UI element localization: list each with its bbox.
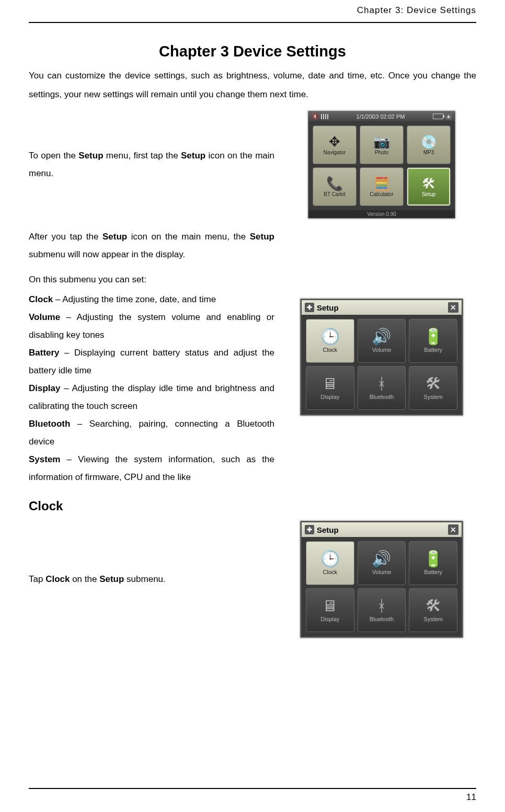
- setup-tile-bluetooth[interactable]: ᚼBluetooth: [358, 366, 406, 410]
- text: To open the: [29, 151, 78, 161]
- display-icon: 🖥: [322, 376, 338, 392]
- volume-icon: 🔊: [372, 329, 391, 345]
- setup-tile-volume[interactable]: 🔊Volume: [358, 541, 406, 585]
- figure-setup-submenu: ✚ Setup ✕ 🕒Clock🔊Volume🔋Battery🖥Displayᚼ…: [300, 299, 463, 416]
- battery-icon: 🔋: [423, 551, 443, 567]
- plus-icon: +: [445, 113, 452, 120]
- submenu-desc: – Viewing the system information, such a…: [29, 454, 274, 482]
- main-tile-bt-carkit[interactable]: 📞BT Carkit: [313, 167, 357, 206]
- tile-label: Bluetooth: [370, 394, 394, 400]
- text: submenu will now appear in the display.: [29, 249, 185, 259]
- bold-setup-2: Setup: [181, 151, 205, 161]
- setup-icon: 🛠: [422, 177, 435, 190]
- submenu-term: Clock: [29, 294, 53, 304]
- tile-label: Setup: [422, 191, 435, 197]
- tile-label: System: [423, 394, 443, 400]
- chapter-intro: You can customize the device settings, s…: [29, 66, 476, 104]
- navigator-icon: ✥: [329, 135, 340, 148]
- submenu-term: Bluetooth: [29, 419, 70, 429]
- tile-label: Volume: [372, 569, 392, 575]
- expand-icon: ✚: [305, 303, 314, 312]
- setup-title: Setup: [317, 303, 339, 312]
- tile-label: Battery: [424, 347, 442, 353]
- bt-carkit-icon: 📞: [326, 177, 343, 190]
- signal-icon: [321, 114, 328, 119]
- setup-tile-volume[interactable]: 🔊Volume: [358, 319, 406, 363]
- page-number: 11: [29, 792, 476, 803]
- submenu-term: Battery: [29, 348, 60, 358]
- main-tile-setup[interactable]: 🛠Setup: [407, 167, 451, 206]
- bold-clock: Clock: [45, 574, 70, 584]
- text: Tap: [29, 574, 45, 584]
- figure-main-menu: 🔇 1/1/2003 02:02 PM + ✥Navigator📷Photo💿M…: [308, 111, 455, 219]
- submenu-term: Volume: [29, 312, 60, 322]
- submenu-item-system: System – Viewing the system information,…: [29, 451, 274, 486]
- submenu-desc: – Adjusting the display idle time and br…: [29, 383, 274, 411]
- running-head: Chapter 3: Device Settings: [29, 5, 476, 16]
- close-icon[interactable]: ✕: [448, 302, 458, 313]
- setup-tile-display[interactable]: 🖥Display: [306, 366, 354, 410]
- text: After you tap the: [29, 232, 102, 242]
- submenu-desc: – Displaying current battery status and …: [29, 348, 274, 375]
- submenu-desc: – Adjusting the time zone, date, and tim…: [53, 294, 216, 304]
- bold-setup-4: Setup: [250, 232, 274, 242]
- main-tile-mp3[interactable]: 💿MP3: [407, 125, 451, 164]
- speaker-icon: 🔇: [312, 113, 319, 120]
- bold-setup-1: Setup: [78, 151, 103, 161]
- submenu-item-display: Display – Adjusting the display idle tim…: [29, 380, 274, 415]
- system-icon: 🛠: [426, 598, 441, 614]
- main-tile-calculator[interactable]: 🧮Calculator: [360, 167, 404, 206]
- statusbar-time: 1/1/2003 02:02 PM: [357, 113, 405, 120]
- submenu-term: Display: [29, 383, 60, 393]
- tile-label: MP3: [423, 150, 434, 155]
- close-icon[interactable]: ✕: [448, 524, 458, 535]
- submenu-item-battery: Battery – Displaying current battery sta…: [29, 344, 274, 380]
- bluetooth-icon: ᚼ: [377, 598, 386, 614]
- clock-icon: 🕒: [320, 551, 340, 567]
- submenu-item-volume: Volume – Adjusting the system volume and…: [29, 308, 274, 344]
- bold-setup-3: Setup: [102, 232, 127, 242]
- tap-clock-paragraph: Tap Clock on the Setup submenu.: [29, 570, 274, 588]
- setup-tile-battery[interactable]: 🔋Battery: [409, 319, 457, 363]
- text: icon on the main menu, the: [127, 232, 250, 242]
- setup-tile-clock[interactable]: 🕒Clock: [306, 319, 354, 363]
- mp3-icon: 💿: [420, 135, 437, 148]
- section-heading-clock: Clock: [29, 499, 476, 513]
- setup-tile-clock[interactable]: 🕒Clock: [306, 541, 354, 585]
- setup-submenu-description: After you tap the Setup icon on the main…: [29, 228, 274, 486]
- bluetooth-icon: ᚼ: [377, 376, 386, 392]
- figure-footer-version: Version 0.90: [308, 210, 455, 218]
- submenu-can-set: On this submenu you can set:: [29, 271, 274, 289]
- submenu-item-clock: Clock – Adjusting the time zone, date, a…: [29, 291, 274, 308]
- setup-tile-system[interactable]: 🛠System: [409, 366, 457, 410]
- tile-label: Clock: [323, 569, 338, 575]
- main-tile-photo[interactable]: 📷Photo: [360, 125, 404, 164]
- tile-label: Battery: [424, 569, 442, 575]
- setup-tile-system[interactable]: 🛠System: [409, 588, 457, 632]
- setup-tile-battery[interactable]: 🔋Battery: [409, 541, 457, 585]
- tile-label: Bluetooth: [370, 616, 394, 622]
- setup-title: Setup: [317, 525, 339, 534]
- tile-label: Volume: [372, 347, 392, 353]
- tile-label: Navigator: [324, 150, 346, 155]
- submenu-item-bluetooth: Bluetooth – Searching, pairing, connecti…: [29, 415, 274, 451]
- tile-label: Clock: [323, 347, 338, 353]
- main-tile-navigator[interactable]: ✥Navigator: [313, 125, 357, 164]
- text: menu, first tap the: [104, 151, 181, 161]
- tile-label: Display: [320, 394, 339, 400]
- battery-icon: [433, 113, 443, 119]
- battery-icon: 🔋: [423, 329, 443, 345]
- footer-rule: [29, 788, 476, 789]
- clock-icon: 🕒: [320, 329, 340, 345]
- figure-setup-submenu-clock: ✚ Setup ✕ 🕒Clock🔊Volume🔋Battery🖥Displayᚼ…: [300, 521, 463, 638]
- tile-label: Photo: [375, 150, 388, 155]
- volume-icon: 🔊: [372, 551, 391, 567]
- text: on the: [70, 574, 99, 584]
- setup-tile-display[interactable]: 🖥Display: [306, 588, 354, 632]
- tile-label: Display: [320, 616, 339, 622]
- text: submenu.: [124, 574, 165, 584]
- setup-tile-bluetooth[interactable]: ᚼBluetooth: [358, 588, 406, 632]
- expand-icon: ✚: [305, 525, 314, 534]
- submenu-desc: – Adjusting the system volume and enabli…: [29, 312, 274, 340]
- open-setup-paragraph: To open the Setup menu, first tap the Se…: [29, 147, 274, 182]
